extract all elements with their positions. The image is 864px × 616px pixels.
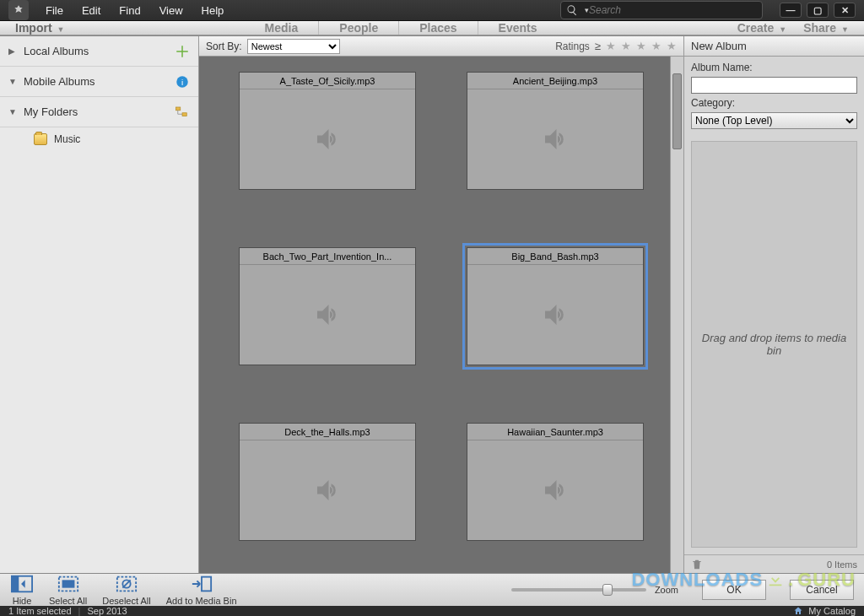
view-tabs: Media People Places Events xyxy=(64,21,737,35)
toolbar: Import▼ Media People Places Events Creat… xyxy=(0,20,864,35)
menu-help[interactable]: Help xyxy=(193,1,233,20)
tab-places[interactable]: Places xyxy=(399,21,478,35)
audio-icon xyxy=(312,89,343,189)
sidebar-subitem-music[interactable]: Music xyxy=(0,127,198,151)
audio-icon xyxy=(540,440,570,540)
svg-rect-5 xyxy=(12,576,19,592)
title-bar: File Edit Find View Help ▾ — ▢ ✕ xyxy=(0,0,864,20)
add-to-media-bin-button[interactable]: Add to Media Bin xyxy=(166,574,237,606)
media-thumbnail[interactable]: Big_Band_Bash.mp3 xyxy=(467,247,644,365)
media-thumbnail[interactable]: Bach_Two_Part_Invention_In... xyxy=(239,247,416,365)
home-icon xyxy=(793,606,803,616)
sidebar-item-local-albums[interactable]: ▶ Local Albums xyxy=(0,36,198,67)
star-icon[interactable]: ★ xyxy=(621,40,631,52)
tab-events[interactable]: Events xyxy=(478,21,558,35)
left-panel: ▶ Local Albums ▼ Mobile Albums i ▼ My Fo… xyxy=(0,36,199,573)
menu-file[interactable]: File xyxy=(37,1,72,20)
search-box[interactable]: ▾ xyxy=(560,1,763,19)
bottom-toolbar: Hide Select All Deselect All Add to Medi… xyxy=(0,573,864,606)
gte-icon: ≥ xyxy=(595,40,601,52)
chevron-down-icon: ▼ xyxy=(8,77,17,86)
scrollbar-thumb[interactable] xyxy=(672,73,682,149)
search-input[interactable] xyxy=(589,4,757,16)
app-logo xyxy=(8,0,29,20)
svg-text:i: i xyxy=(181,77,183,86)
info-icon[interactable]: i xyxy=(175,74,190,89)
thumbnail-filename: Big_Band_Bash.mp3 xyxy=(467,248,643,265)
status-bar: 1 Item selected | Sep 2013 My Catalog xyxy=(0,606,864,616)
svg-rect-2 xyxy=(176,107,181,111)
audio-icon xyxy=(312,440,343,540)
create-button[interactable]: Create▼ xyxy=(737,21,787,35)
search-icon xyxy=(566,4,578,16)
maximize-button[interactable]: ▢ xyxy=(807,3,829,18)
thumbnail-grid: A_Taste_Of_Sicily.mp3Ancient_Beijing.mp3… xyxy=(199,57,683,573)
svg-rect-7 xyxy=(62,580,74,587)
sidebar-item-my-folders[interactable]: ▼ My Folders xyxy=(0,97,198,127)
star-icon[interactable]: ★ xyxy=(636,40,646,52)
menu-view[interactable]: View xyxy=(151,1,192,20)
media-thumbnail[interactable]: Hawaiian_Saunter.mp3 xyxy=(467,423,644,541)
album-name-input[interactable] xyxy=(691,77,857,94)
thumbnail-filename: Bach_Two_Part_Invention_In... xyxy=(240,248,415,265)
trash-icon[interactable] xyxy=(691,559,703,570)
status-selection: 1 Item selected xyxy=(8,606,72,616)
sort-select[interactable]: Newest xyxy=(247,39,340,54)
category-select[interactable]: None (Top Level) xyxy=(691,112,857,129)
thumbnail-filename: A_Taste_Of_Sicily.mp3 xyxy=(240,73,415,89)
media-thumbnail[interactable]: Deck_the_Halls.mp3 xyxy=(239,423,416,541)
right-panel: New Album Album Name: Category: None (To… xyxy=(683,36,864,573)
svg-rect-11 xyxy=(202,577,211,592)
chevron-down-icon: ▼ xyxy=(8,107,17,116)
vertical-scrollbar[interactable] xyxy=(670,57,683,573)
cancel-button[interactable]: Cancel xyxy=(790,580,854,600)
folder-icon xyxy=(34,133,47,145)
main-menu: File Edit Find View Help xyxy=(37,1,232,20)
menu-find[interactable]: Find xyxy=(111,1,148,20)
sidebar-item-mobile-albums[interactable]: ▼ Mobile Albums i xyxy=(0,67,198,97)
audio-icon xyxy=(540,265,570,365)
add-icon[interactable] xyxy=(175,44,190,59)
ok-button[interactable]: OK xyxy=(702,580,766,600)
close-button[interactable]: ✕ xyxy=(834,3,856,18)
item-count: 0 Items xyxy=(827,559,857,570)
thumbnail-filename: Ancient_Beijing.mp3 xyxy=(467,73,643,89)
svg-rect-3 xyxy=(182,112,186,116)
audio-icon xyxy=(540,89,570,189)
media-thumbnail[interactable]: A_Taste_Of_Sicily.mp3 xyxy=(239,72,416,190)
hide-panel-button[interactable]: Hide xyxy=(10,574,34,606)
category-label: Category: xyxy=(691,97,857,109)
thumbnail-filename: Hawaiian_Saunter.mp3 xyxy=(467,424,643,440)
media-grid-panel: Sort By: Newest Ratings ≥ ★ ★ ★ ★ ★ A_Ta… xyxy=(199,36,683,573)
audio-icon xyxy=(312,265,343,365)
media-thumbnail[interactable]: Ancient_Beijing.mp3 xyxy=(467,72,644,190)
zoom-label: Zoom xyxy=(655,585,678,595)
menu-edit[interactable]: Edit xyxy=(73,1,109,20)
album-name-label: Album Name: xyxy=(691,62,857,73)
star-icon[interactable]: ★ xyxy=(651,40,662,52)
zoom-control: Zoom xyxy=(511,585,678,595)
slider-knob[interactable] xyxy=(602,584,613,596)
share-button[interactable]: Share▼ xyxy=(803,21,849,35)
thumbnail-filename: Deck_the_Halls.mp3 xyxy=(240,424,415,440)
tab-people[interactable]: People xyxy=(319,21,399,35)
minimize-button[interactable]: — xyxy=(780,3,802,18)
status-catalog[interactable]: My Catalog xyxy=(808,606,856,616)
tab-media[interactable]: Media xyxy=(245,21,320,35)
status-date: Sep 2013 xyxy=(87,606,127,616)
star-icon[interactable]: ★ xyxy=(667,40,677,52)
ratings-filter[interactable]: Ratings ≥ ★ ★ ★ ★ ★ xyxy=(555,40,677,52)
star-icon[interactable]: ★ xyxy=(606,40,616,52)
media-bin-dropzone[interactable]: Drag and drop items to media bin xyxy=(691,141,857,548)
zoom-slider[interactable] xyxy=(511,588,646,592)
folder-tree-icon[interactable] xyxy=(175,105,190,120)
chevron-right-icon: ▶ xyxy=(8,46,17,56)
select-all-button[interactable]: Select All xyxy=(49,574,87,606)
sort-label: Sort By: xyxy=(206,41,242,52)
import-button[interactable]: Import▼ xyxy=(15,21,64,35)
deselect-all-button[interactable]: Deselect All xyxy=(102,574,150,606)
panel-title: New Album xyxy=(684,36,864,57)
sort-bar: Sort By: Newest Ratings ≥ ★ ★ ★ ★ ★ xyxy=(199,36,683,57)
